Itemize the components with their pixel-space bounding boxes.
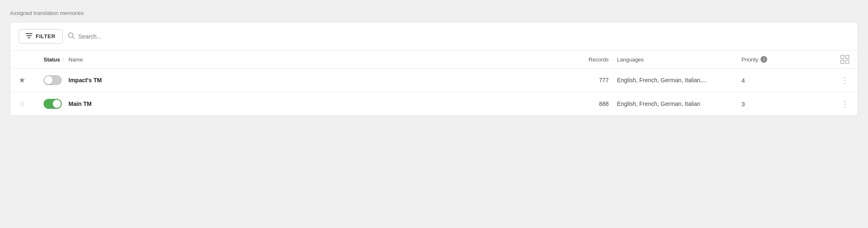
search-input[interactable]	[78, 33, 849, 40]
search-wrapper	[68, 32, 849, 41]
star-icon-empty[interactable]: ☆	[19, 100, 25, 108]
svg-line-4	[72, 37, 74, 39]
toggle-thumb-1	[44, 76, 53, 84]
row-name-1: Impact's TM	[68, 77, 551, 83]
toggle-cell-2[interactable]	[44, 99, 68, 109]
toggle-cell-1[interactable]	[44, 75, 68, 85]
priority-col-header: Priority i	[741, 56, 824, 63]
star-cell-2[interactable]: ☆	[19, 99, 44, 108]
star-cell-1[interactable]: ★	[19, 76, 44, 85]
svg-rect-8	[846, 60, 849, 64]
row-priority-1: 4	[741, 77, 824, 84]
toggle-thumb-2	[53, 100, 61, 108]
languages-col-header: Languages	[617, 56, 741, 63]
more-menu-1[interactable]: ⋮	[824, 75, 849, 85]
priority-info-icon[interactable]: i	[761, 56, 767, 63]
table-row: ★ Impact's TM 777 English, French, Germa…	[10, 69, 858, 92]
row-languages-1: English, French, German, Italian,...	[617, 77, 741, 83]
table-row: ☆ Main TM 888 English, French, German, I…	[10, 92, 858, 115]
filter-label: FILTER	[36, 33, 56, 39]
row-records-1: 777	[551, 77, 617, 83]
more-menu-2[interactable]: ⋮	[824, 99, 849, 109]
name-col-header: Name	[68, 56, 551, 63]
table-header: Status ↑ Name Records Languages Priority…	[10, 51, 858, 69]
translation-memories-card: FILTER Status ↑ Name Records Languages P…	[10, 22, 858, 116]
section-title: Assigned translation memories	[10, 10, 858, 16]
grid-icon-header[interactable]	[824, 55, 849, 64]
toggle-off-1[interactable]	[44, 75, 62, 85]
status-col-header: Status ↑	[44, 56, 68, 63]
row-languages-2: English, French, German, Italian	[617, 101, 741, 107]
svg-rect-6	[846, 55, 849, 59]
svg-rect-7	[841, 60, 844, 64]
svg-rect-5	[841, 55, 844, 59]
status-header-label: Status	[44, 56, 60, 63]
filter-button[interactable]: FILTER	[19, 29, 63, 44]
row-priority-2: 3	[741, 101, 824, 108]
toggle-on-2[interactable]	[44, 99, 62, 109]
search-icon	[68, 32, 75, 41]
toolbar: FILTER	[10, 22, 858, 51]
records-col-header: Records	[551, 56, 617, 63]
sort-icon[interactable]: ↑	[62, 57, 65, 62]
priority-label: Priority	[741, 56, 758, 63]
filter-icon	[26, 33, 32, 40]
row-records-2: 888	[551, 101, 617, 107]
star-icon-filled[interactable]: ★	[19, 76, 25, 84]
row-name-2: Main TM	[68, 101, 551, 107]
